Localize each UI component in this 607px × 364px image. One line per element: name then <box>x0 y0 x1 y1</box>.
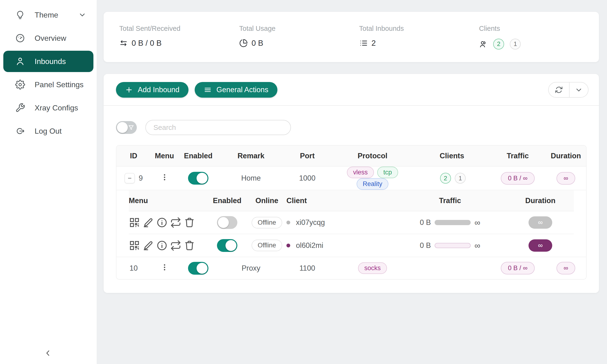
transport-tag: tcp <box>377 167 398 178</box>
user-icon <box>15 56 25 66</box>
protocol-tag: vless <box>347 167 374 178</box>
list-icon <box>359 39 368 47</box>
sidebar-item-label: Theme <box>35 11 58 19</box>
sidebar-item-overview[interactable]: Overview <box>0 26 97 50</box>
client-enabled-toggle[interactable] <box>217 216 237 229</box>
trash-icon[interactable] <box>184 240 195 251</box>
trash-icon[interactable] <box>184 217 195 228</box>
col-header-traffic: Traffic <box>490 145 546 166</box>
stat-clients: Clients 2 1 <box>479 25 599 50</box>
chevron-down-icon <box>575 86 583 94</box>
filter-toggle[interactable] <box>116 121 137 134</box>
sidebar-item-panel-settings[interactable]: Panel Settings <box>0 73 97 96</box>
traffic-limit: ∞ <box>475 219 480 227</box>
general-actions-label: General Actions <box>216 86 268 94</box>
inbound-enabled-toggle[interactable] <box>188 172 208 185</box>
stat-total-sent-received: Total Sent/Received 0 B / 0 B <box>119 25 239 50</box>
col-header-menu: Menu <box>151 145 178 166</box>
duration-pill: ∞ <box>556 172 575 185</box>
online-status-badge: Offline <box>251 217 282 228</box>
gauge-icon <box>15 33 25 43</box>
info-icon[interactable] <box>156 217 168 228</box>
client-row: Offline xi07ycqg <box>129 211 574 234</box>
clients-offline-badge: 1 <box>510 39 521 50</box>
traffic-pill: 0 B / ∞ <box>501 262 534 274</box>
repeat-icon[interactable] <box>170 217 181 228</box>
toggle-knob <box>117 122 128 133</box>
stat-label: Total Sent/Received <box>119 25 239 32</box>
inbounds-table: ID Menu Enabled Remark Port Protocol Cli… <box>116 145 587 280</box>
sidebar-item-label: Xray Configs <box>35 104 78 112</box>
table-header-row: ID Menu Enabled Remark Port Protocol Cli… <box>117 145 586 166</box>
col-header-protocol: Protocol <box>331 145 414 166</box>
client-name: ol60i2mi <box>296 241 323 250</box>
sidebar-item-label: Overview <box>35 34 66 43</box>
traffic-pill: 0 B / ∞ <box>501 172 534 185</box>
sidebar-item-xray-configs[interactable]: Xray Configs <box>0 96 97 119</box>
col-header-port: Port <box>284 145 331 166</box>
sidebar-item-theme[interactable]: Theme <box>0 3 97 26</box>
stat-total-inbounds: Total Inbounds 2 <box>359 25 479 50</box>
search-input[interactable] <box>145 120 291 135</box>
inbound-id: 9 <box>139 174 143 182</box>
client-enabled-toggle[interactable] <box>217 239 237 252</box>
wrench-icon <box>15 103 25 113</box>
stat-value-text: 0 B <box>251 39 264 48</box>
inbound-row-9: 9 Home 1000 <box>117 166 586 190</box>
col-header-clients: Clients <box>414 145 490 166</box>
stat-label: Total Usage <box>239 25 359 32</box>
sidebar-item-label: Panel Settings <box>35 80 83 89</box>
app-page: Theme Overview Inbounds Panel Settings <box>0 0 607 364</box>
col-header-duration: Duration <box>546 145 586 166</box>
client-name: xi07ycqg <box>296 218 325 227</box>
expanded-clients-row: Menu Enabled Online Client Traffic Durat… <box>117 190 586 257</box>
inbounds-card: Add Inbound General Actions <box>104 74 599 293</box>
sidebar-item-label: Inbounds <box>35 57 66 66</box>
traffic-progress-bar <box>435 220 471 225</box>
repeat-icon[interactable] <box>170 240 181 251</box>
inbound-enabled-toggle[interactable] <box>188 262 208 275</box>
funnel-icon <box>128 124 134 131</box>
inbound-row-10: 10 Proxy 1100 socks 0 B / ∞ <box>117 257 586 279</box>
protocol-tag: socks <box>358 262 387 274</box>
qrcode-icon[interactable] <box>129 217 140 228</box>
online-status-badge: Offline <box>251 240 282 251</box>
inbound-remark: Proxy <box>218 257 284 279</box>
security-tag: Reality <box>356 178 389 190</box>
subcol-header-enabled: Enabled <box>207 190 247 211</box>
plus-icon <box>125 86 133 94</box>
subcol-header-menu: Menu <box>129 190 207 211</box>
transfer-arrows-icon <box>119 39 128 47</box>
refresh-button[interactable] <box>549 82 569 97</box>
general-actions-button[interactable]: General Actions <box>195 82 277 98</box>
client-duration-pill: ∞ <box>528 216 552 229</box>
sidebar: Theme Overview Inbounds Panel Settings <box>0 0 97 364</box>
stat-label: Clients <box>479 25 599 32</box>
sidebar-item-log-out[interactable]: Log Out <box>0 119 97 143</box>
stat-value-text: 2 <box>371 39 376 48</box>
sidebar-item-inbounds[interactable]: Inbounds <box>3 51 93 72</box>
sidebar-collapse-button[interactable] <box>42 347 53 359</box>
subcol-header-traffic: Traffic <box>393 190 507 211</box>
stats-card: Total Sent/Received 0 B / 0 B Total Usag… <box>104 12 599 62</box>
qrcode-icon[interactable] <box>129 240 140 251</box>
sidebar-item-label: Log Out <box>35 127 62 136</box>
row-menu-button[interactable] <box>160 262 169 272</box>
toolbar: Add Inbound General Actions <box>104 82 599 105</box>
traffic-progress-bar <box>435 243 471 248</box>
traffic-limit: ∞ <box>475 242 480 249</box>
col-header-id: ID <box>117 145 151 166</box>
main-content: Total Sent/Received 0 B / 0 B Total Usag… <box>97 0 607 364</box>
refresh-options-button[interactable] <box>569 82 588 97</box>
edit-icon[interactable] <box>143 217 154 228</box>
clients-count-badge: 1 <box>455 173 466 184</box>
duration-pill: ∞ <box>556 262 575 274</box>
row-menu-button[interactable] <box>160 172 169 182</box>
add-inbound-button[interactable]: Add Inbound <box>116 82 188 98</box>
info-icon[interactable] <box>156 240 168 251</box>
add-inbound-label: Add Inbound <box>138 86 180 94</box>
logout-icon <box>15 126 25 136</box>
collapse-row-button[interactable] <box>124 173 135 183</box>
inbound-id: 10 <box>117 257 151 279</box>
edit-icon[interactable] <box>143 240 154 251</box>
